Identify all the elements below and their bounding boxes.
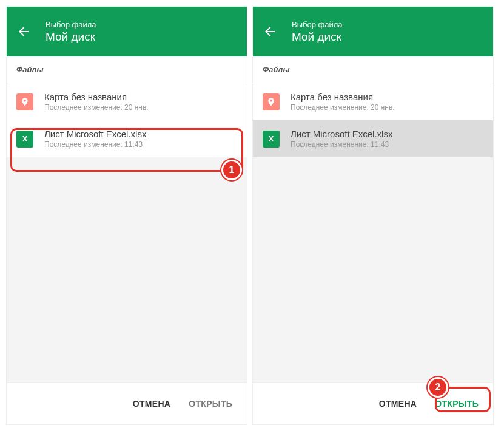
- back-button[interactable]: [16, 24, 31, 39]
- file-subtitle: Последнее изменение: 11:43: [44, 140, 146, 149]
- file-row-texts: Карта без названия Последнее изменение: …: [44, 92, 149, 112]
- arrow-left-icon: [263, 24, 277, 39]
- app-header: Выбор файла Мой диск: [7, 7, 247, 56]
- header-subtitle: Выбор файла: [292, 20, 343, 29]
- file-subtitle: Последнее изменение: 20 янв.: [44, 103, 149, 112]
- file-row-excel[interactable]: X Лист Microsoft Excel.xlsx Последнее из…: [7, 120, 247, 157]
- file-title: Лист Microsoft Excel.xlsx: [44, 129, 146, 139]
- file-row-map[interactable]: Карта без названия Последнее изменение: …: [253, 83, 493, 120]
- file-row-texts: Карта без названия Последнее изменение: …: [291, 92, 395, 112]
- cancel-button[interactable]: ОТМЕНА: [373, 394, 423, 413]
- header-title: Мой диск: [292, 30, 343, 44]
- file-subtitle: Последнее изменение: 20 янв.: [291, 103, 395, 112]
- file-row-texts: Лист Microsoft Excel.xlsx Последнее изме…: [291, 129, 392, 149]
- file-title: Карта без названия: [44, 92, 149, 102]
- section-label: Файлы: [253, 56, 493, 83]
- section-label: Файлы: [7, 56, 247, 83]
- header-titles: Выбор файла Мой диск: [45, 20, 96, 44]
- open-button[interactable]: ОТКРЫТЬ: [429, 394, 485, 413]
- file-row-excel[interactable]: X Лист Microsoft Excel.xlsx Последнее из…: [253, 120, 493, 157]
- cancel-button[interactable]: ОТМЕНА: [127, 394, 176, 413]
- excel-icon: X: [16, 131, 33, 148]
- footer-actions: ОТМЕНА ОТКРЫТЬ: [7, 382, 247, 424]
- header-title: Мой диск: [45, 30, 96, 44]
- file-list: Карта без названия Последнее изменение: …: [7, 83, 247, 157]
- file-title: Лист Microsoft Excel.xlsx: [291, 129, 392, 139]
- footer-actions: ОТМЕНА ОТКРЫТЬ: [253, 382, 493, 424]
- app-header: Выбор файла Мой диск: [253, 7, 493, 56]
- back-button[interactable]: [263, 24, 277, 39]
- header-subtitle: Выбор файла: [45, 20, 96, 29]
- file-list: Карта без названия Последнее изменение: …: [253, 83, 493, 157]
- screen-step-1: Выбор файла Мой диск Файлы Карта без наз…: [6, 6, 247, 425]
- screen-step-2: Выбор файла Мой диск Файлы Карта без наз…: [252, 6, 494, 425]
- excel-icon: X: [263, 131, 280, 148]
- file-subtitle: Последнее изменение: 11:43: [291, 140, 392, 149]
- map-pin-icon: [263, 93, 280, 110]
- file-title: Карта без названия: [291, 92, 395, 102]
- header-titles: Выбор файла Мой диск: [292, 20, 343, 44]
- open-button[interactable]: ОТКРЫТЬ: [183, 394, 238, 413]
- step-badge-1: 1: [221, 160, 242, 180]
- map-pin-icon: [16, 93, 33, 110]
- file-row-map[interactable]: Карта без названия Последнее изменение: …: [7, 83, 247, 120]
- arrow-left-icon: [16, 24, 31, 39]
- file-row-texts: Лист Microsoft Excel.xlsx Последнее изме…: [44, 129, 146, 149]
